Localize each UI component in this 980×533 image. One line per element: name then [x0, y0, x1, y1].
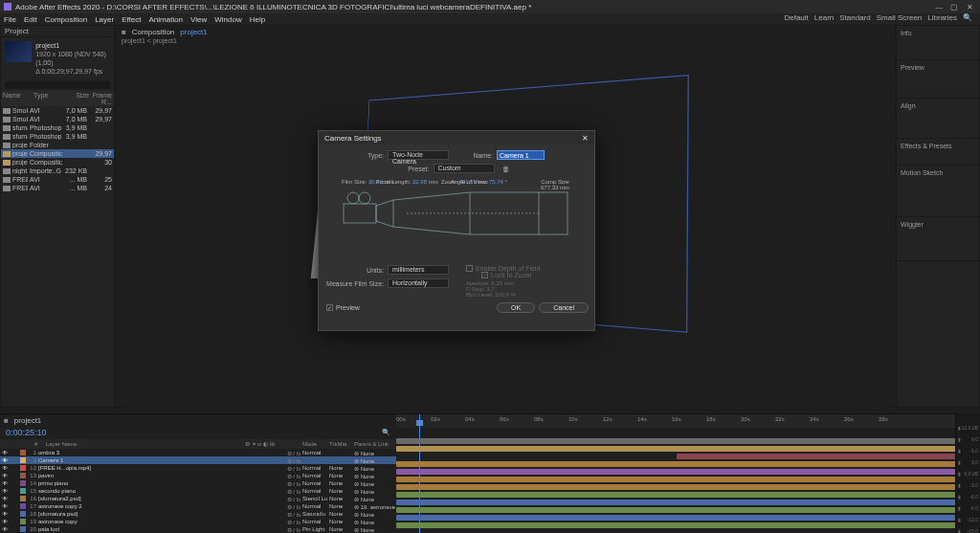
selected-item-meta2: Δ 0;00;29;97,29,97 fps	[35, 67, 110, 76]
audio-meter: ▮12,0 dB▮9,0▮6,0▮3,0▮0,0 dB▮-3,0▮-6,0▮-9…	[955, 413, 980, 533]
menu-file[interactable]: File	[4, 15, 16, 24]
preview-checkbox[interactable]: ✓	[326, 304, 333, 311]
svg-point-0	[347, 192, 359, 204]
preset-label: Preset:	[405, 166, 430, 172]
col-framerate[interactable]: Frame R...	[89, 92, 112, 105]
layer-row[interactable]: 👁1ombra 3⚙ / fxNormal⊚ None	[0, 449, 396, 456]
panel-align[interactable]: Align	[901, 102, 975, 109]
camera-settings-dialog: Camera Settings ✕ Type: Two-Node Camera …	[318, 130, 595, 331]
lock-zoom-checkbox[interactable]: ✓	[481, 272, 488, 278]
timeline-panel: ■ project1 0:00:25:10 🔍 # Layer Name ⚙ ✦…	[0, 413, 980, 533]
project-item[interactable]: project1Composition30	[1, 158, 114, 167]
ok-button[interactable]: OK	[497, 302, 535, 313]
dof-checkbox[interactable]	[466, 265, 473, 272]
panel-preview[interactable]: Preview	[901, 64, 975, 71]
measure-label: Measure Film Size:	[326, 280, 384, 287]
search-icon[interactable]: 🔍	[963, 13, 972, 22]
layer-row[interactable]: 👁13pavim⚙ / fxNormalNone⊚ None	[0, 472, 396, 479]
focal-value[interactable]: 22,98	[412, 179, 427, 185]
timecode[interactable]: 0:00:25:10	[6, 428, 47, 437]
dialog-title: Camera Settings	[324, 134, 382, 143]
project-item[interactable]: Smoke G...mp4AVI7,0 MB29,97	[1, 115, 114, 123]
menu-layer[interactable]: Layer	[95, 15, 114, 24]
time-ruler[interactable]: 00s02s04s06s08s10s12s14s16s18s20s22s24s2…	[396, 414, 980, 428]
panel-motion-sketch[interactable]: Motion Sketch	[901, 169, 975, 176]
layer-row[interactable]: 👁2Camera 1⚙ / fx⊚ None	[0, 456, 396, 464]
workspace-libraries[interactable]: Libraries	[927, 13, 957, 22]
menu-edit[interactable]: Edit	[24, 15, 37, 24]
layer-row[interactable]: 👁15secondo piano⚙ / fxNormalNone⊚ None	[0, 487, 396, 495]
project-panel: Project project1 1920 x 1080 (NDV 540) (…	[0, 25, 115, 408]
project-item[interactable]: project1 LayersFolder	[1, 141, 114, 149]
timeline-search-icon[interactable]: 🔍	[382, 429, 390, 436]
dialog-close-icon[interactable]: ✕	[582, 134, 589, 143]
type-label: Type:	[326, 152, 384, 159]
selected-item-name: project1	[35, 41, 110, 50]
workspace-tabs: Default Learn Standard Small Screen Libr…	[784, 13, 972, 22]
svg-rect-3	[539, 192, 568, 234]
window-title: Adobe After Effects 2020 - D:\CORSI AFTE…	[15, 3, 932, 11]
menu-effect[interactable]: Effect	[122, 15, 141, 24]
maximize-button[interactable]: ▢	[947, 2, 961, 11]
timeline-tab[interactable]: project1	[14, 416, 41, 425]
type-select[interactable]: Two-Node Camera	[388, 150, 449, 160]
comp-tab-name[interactable]: project1	[180, 28, 207, 36]
project-item[interactable]: FREE HD...mp4AVI... MB24	[1, 184, 114, 192]
measure-select[interactable]: Horizontally	[388, 278, 449, 288]
camera-diagram: Zoom: 401,56 mm Film Size: 30,86 mm Angl…	[326, 179, 587, 259]
layer-row[interactable]: 👁20pala luci⚙ / fxPin LightNone⊚ None	[0, 525, 396, 533]
cancel-button[interactable]: Cancel	[539, 302, 589, 313]
selected-item-meta1: 1920 x 1080 (NDV 540) (1,00)	[35, 50, 110, 67]
project-tab[interactable]: Project	[5, 27, 29, 35]
project-item[interactable]: FREE HD...mp4AVI... MB25	[1, 175, 114, 184]
panel-info[interactable]: Info	[901, 30, 975, 36]
col-type[interactable]: Type	[33, 92, 66, 105]
camera-diagram-svg	[336, 185, 575, 257]
units-label: Units:	[326, 267, 384, 274]
workspace-learn[interactable]: Learn	[814, 13, 834, 22]
workspace-default[interactable]: Default	[784, 13, 808, 22]
project-item[interactable]: sfumatura2.psdPhotoshop3,9 MB	[1, 123, 114, 132]
menu-help[interactable]: Help	[250, 15, 265, 24]
workspace-standard[interactable]: Standard	[839, 13, 870, 22]
trash-icon[interactable]: 🗑	[502, 166, 509, 172]
angle-value[interactable]: 75,74	[489, 179, 503, 185]
playhead-marker[interactable]	[416, 420, 423, 426]
units-select[interactable]: millimeters	[388, 265, 449, 275]
project-item[interactable]: Smoke G...mp4AVI7,0 MB29,97	[1, 106, 114, 115]
col-size[interactable]: Size	[66, 92, 89, 105]
menu-animation[interactable]: Animation	[148, 15, 183, 24]
name-input[interactable]	[497, 150, 545, 160]
layer-row[interactable]: 👁12[FREE H...opia.mp4]⚙ / fxNormalNone⊚ …	[0, 464, 396, 472]
layer-row[interactable]: 👁14primo piano⚙ / fxNormalNone⊚ None	[0, 479, 396, 487]
workspace-small[interactable]: Small Screen	[877, 13, 923, 22]
timeline-tracks[interactable]: 00s02s04s06s08s10s12s14s16s18s20s22s24s2…	[396, 414, 980, 533]
comp-breadcrumb[interactable]: project1 < project1	[116, 37, 895, 47]
svg-rect-2	[344, 204, 376, 223]
panel-wiggler[interactable]: Wiggler	[901, 221, 975, 228]
layer-row[interactable]: 👁17astronave copy 2⚙ / fxNormalNone⊚ 19.…	[0, 502, 396, 510]
app-icon	[4, 3, 11, 11]
project-item[interactable]: sfumatura.psdPhotoshop3,9 MB	[1, 132, 114, 141]
layer-row[interactable]: 👁19astronave copy⚙ / fxNormalNone⊚ None	[0, 518, 396, 525]
layer-row[interactable]: 👁18[sfumatura.psd]⚙ / fxSatura/luNone⊚ N…	[0, 510, 396, 518]
menu-view[interactable]: View	[190, 15, 207, 24]
menu-window[interactable]: Window	[214, 15, 241, 24]
col-name[interactable]: Name	[3, 92, 33, 105]
name-label: Name:	[468, 152, 493, 159]
layer-row[interactable]: 👁16[sfumatura2.psd]⚙ / fxStencil LuNone⊚…	[0, 495, 396, 502]
titlebar: Adobe After Effects 2020 - D:\CORSI AFTE…	[0, 0, 980, 13]
preset-select[interactable]: Custom	[434, 164, 495, 173]
svg-point-1	[359, 192, 370, 204]
minimize-button[interactable]: —	[932, 2, 946, 11]
menu-composition[interactable]: Composition	[45, 15, 87, 24]
project-item[interactable]: project2Composition29,97	[1, 149, 114, 158]
project-search[interactable]	[5, 81, 110, 89]
close-button[interactable]: ✕	[963, 2, 976, 11]
right-panels: Info Preview Align Effects & Presets Mot…	[896, 25, 980, 408]
comp-tab-prefix: Composition	[132, 28, 174, 36]
project-thumbnail	[5, 41, 32, 62]
panel-effects[interactable]: Effects & Presets	[901, 143, 975, 149]
project-item[interactable]: night v...per.jpgImporte..G232 KB	[1, 167, 114, 175]
